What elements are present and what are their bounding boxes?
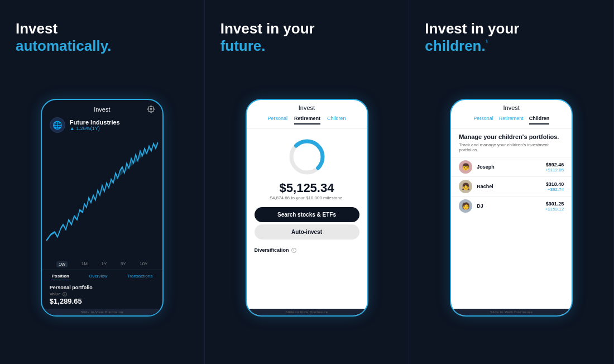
panel1-headline-line1: Invest bbox=[16, 20, 57, 37]
panel3-tab-children[interactable]: Children bbox=[529, 116, 550, 124]
child-row-joseph[interactable]: 👦 Joseph $592.46 +$112.05 bbox=[451, 157, 572, 176]
invest-tab-personal[interactable]: Personal bbox=[267, 116, 287, 124]
panel3-phone-wrapper: Invest Personal Retirement Children Mana… bbox=[425, 63, 598, 353]
child-gain-rachel: +$92.74 bbox=[546, 187, 564, 192]
panel1-time-tabs: 1W 1M 1Y 5Y 10Y bbox=[42, 259, 162, 270]
panel2-screen-title: Invest bbox=[247, 100, 367, 111]
panel2-disclosure: Slide to View Disclosure bbox=[247, 309, 367, 315]
nav-tab-overview[interactable]: Overview bbox=[89, 274, 107, 280]
panel1-nav-tabs: Position Overview Transactions bbox=[42, 270, 162, 282]
child-name-dj: DJ bbox=[477, 203, 545, 209]
child-name-joseph: Joseph bbox=[477, 164, 545, 170]
child-value-rachel: $318.40 bbox=[546, 181, 564, 187]
child-gain-joseph: +$112.05 bbox=[545, 167, 564, 173]
time-tab-1y[interactable]: 1Y bbox=[101, 261, 107, 267]
panel3-tab-personal[interactable]: Personal bbox=[473, 116, 493, 124]
panel3-disclosure: Slide to View Disclosure bbox=[451, 309, 572, 315]
panel3-superscript: ¹ bbox=[486, 39, 488, 47]
panel1-stock-info: 🌐 Future Industries ▲ 1.26%(1Y) bbox=[42, 115, 162, 136]
panel2-headline-line1: Invest in your bbox=[220, 20, 315, 37]
globe-icon: 🌐 bbox=[50, 117, 65, 133]
panel2-invest-tabs: Personal Retirement Children bbox=[247, 111, 367, 128]
panel3-headline-line1: Invest in your bbox=[425, 20, 519, 37]
child-avatar-rachel: 👧 bbox=[459, 180, 472, 193]
panel1-headline-accent: automatically. bbox=[16, 37, 111, 54]
panel3-headline: Invest in your children.¹ bbox=[425, 20, 598, 55]
panel1-phone-header: Invest bbox=[42, 100, 162, 115]
panel1-disclosure: Slide to View Disclosure bbox=[42, 309, 162, 315]
panel1-chart-area bbox=[42, 136, 162, 259]
invest-tab-retirement[interactable]: Retirement bbox=[294, 116, 320, 124]
panel3-tab-retirement[interactable]: Retirement bbox=[499, 116, 524, 124]
panel2-phone: Invest Personal Retirement Children $5,1… bbox=[246, 99, 368, 317]
panel3-invest-tabs: Personal Retirement Children bbox=[451, 111, 572, 128]
diversification-label: Diversification bbox=[255, 247, 289, 253]
donut-chart bbox=[287, 137, 327, 176]
panel2-amount-sub: $4,874.66 to your $10,000 milestone. bbox=[255, 195, 359, 200]
panel1-portfolio-value: $1,289.65 bbox=[42, 296, 162, 309]
svg-point-0 bbox=[150, 108, 152, 110]
panel3-phone: Invest Personal Retirement Children Mana… bbox=[450, 99, 573, 317]
panel1-portfolio-label: Personal portfolio bbox=[42, 282, 162, 291]
time-tab-10y[interactable]: 10Y bbox=[140, 261, 147, 267]
panel1-stock-change: ▲ 1.26%(1Y) bbox=[70, 126, 120, 131]
panel3-headline-accent: children.¹ bbox=[425, 37, 488, 54]
time-tab-1m[interactable]: 1M bbox=[81, 261, 88, 267]
child-gain-dj: +$153.12 bbox=[545, 207, 564, 212]
panel1-phone: Invest 🌐 Future Industries ▲ 1.26%(1Y) bbox=[41, 99, 164, 317]
nav-tab-transactions[interactable]: Transactions bbox=[127, 274, 153, 280]
child-value-dj: $301.25 bbox=[545, 201, 564, 207]
time-tab-5y[interactable]: 5Y bbox=[121, 261, 126, 267]
search-stocks-button[interactable]: Search stocks & ETFs bbox=[255, 207, 359, 222]
panel2-headline-accent: future. bbox=[220, 37, 266, 54]
panel2-phone-wrapper: Invest Personal Retirement Children $5,1… bbox=[220, 63, 394, 353]
stock-chart bbox=[46, 136, 158, 259]
child-value-joseph: $592.46 bbox=[545, 162, 564, 167]
child-name-rachel: Rachel bbox=[477, 184, 545, 189]
time-tab-1w[interactable]: 1W bbox=[56, 261, 68, 267]
panel1-screen-title: Invest bbox=[94, 106, 110, 113]
panel2-diversification-row: Diversification i bbox=[247, 244, 367, 256]
invest-tab-children[interactable]: Children bbox=[327, 116, 346, 124]
panel2-headline: Invest in your future. bbox=[220, 20, 394, 55]
panel2-donut-area bbox=[247, 128, 367, 181]
child-avatar-dj: 🧑 bbox=[459, 199, 472, 213]
panel1-stock-name: Future Industries bbox=[70, 119, 120, 126]
panel3-manage-title: Manage your children's portfolios. bbox=[451, 128, 572, 142]
panel-invest-future: Invest in your future. Invest Personal R… bbox=[205, 0, 410, 364]
panel2-amount-main: $5,125.34 bbox=[255, 181, 359, 195]
gear-icon bbox=[147, 106, 155, 113]
child-amount-rachel: $318.40 +$92.74 bbox=[546, 181, 564, 192]
child-row-rachel[interactable]: 👧 Rachel $318.40 +$92.74 bbox=[451, 176, 572, 196]
diversification-info-icon: i bbox=[291, 248, 296, 253]
panel3-screen-title: Invest bbox=[451, 100, 572, 111]
child-amount-dj: $301.25 +$153.12 bbox=[545, 201, 564, 212]
child-avatar-joseph: 👦 bbox=[459, 160, 472, 174]
panel-invest-children: Invest in your children.¹ Invest Persona… bbox=[409, 0, 614, 364]
panel3-manage-subtitle: Track and manage your children's investm… bbox=[451, 142, 572, 157]
panel1-phone-wrapper: Invest 🌐 Future Industries ▲ 1.26%(1Y) bbox=[16, 63, 189, 353]
panel2-amount-display: $5,125.34 $4,874.66 to your $10,000 mile… bbox=[247, 181, 367, 203]
auto-invest-button[interactable]: Auto-invest bbox=[255, 224, 359, 240]
panel-invest-automatically: Invest automatically. Invest 🌐 Future In… bbox=[0, 0, 205, 364]
child-amount-joseph: $592.46 +$112.05 bbox=[545, 162, 564, 173]
panel1-headline: Invest automatically. bbox=[16, 20, 189, 55]
child-row-dj[interactable]: 🧑 DJ $301.25 +$153.12 bbox=[451, 196, 572, 215]
nav-tab-position[interactable]: Position bbox=[51, 274, 69, 280]
info-icon: i bbox=[63, 292, 67, 296]
panel1-value-label: Value i bbox=[42, 291, 162, 296]
